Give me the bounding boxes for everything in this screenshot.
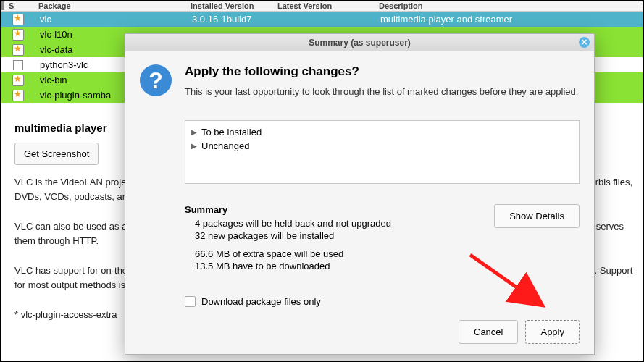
status-mark-icon[interactable] [12,14,24,25]
summary-line: 4 packages will be held back and not upg… [195,218,391,229]
summary-line: 13.5 MB have to be downloaded [195,261,391,272]
dialog-title: Summary (as superuser) [309,38,411,48]
col-status[interactable]: S [1,1,34,10]
get-screenshot-button[interactable]: Get Screenshot [14,143,99,165]
apply-button[interactable]: Apply [525,320,580,344]
latest-version: 3.0.16-1build7 [186,14,375,25]
question-icon: ? [140,64,172,96]
status-mark-icon[interactable] [12,75,24,86]
summary-label: Summary [185,204,391,215]
summary-line: 32 new packages will be installed [195,230,391,241]
tree-item-unchanged[interactable]: ▶ Unchanged [188,139,576,153]
dialog-subtext: This is your last opportunity to look th… [185,86,578,97]
tree-item-to-be-installed[interactable]: ▶ To be installed [188,125,576,139]
show-details-button[interactable]: Show Details [494,204,580,228]
col-installed-version[interactable]: Installed Version [186,1,273,10]
expand-icon[interactable]: ▶ [191,128,197,136]
tree-label: Unchanged [201,140,250,151]
col-description[interactable]: Description [375,1,643,10]
status-mark-icon[interactable] [12,90,24,101]
summary-line: 66.6 MB of extra space will be used [195,248,391,259]
download-only-checkbox[interactable] [185,296,196,307]
pkg-desc: multimedia player and streamer [375,14,643,25]
table-header: S Package Installed Version Latest Versi… [1,1,643,12]
download-only-label: Download package files only [201,296,321,307]
col-latest-version[interactable]: Latest Version [273,1,375,10]
close-icon[interactable]: ✕ [579,37,590,48]
col-package[interactable]: Package [34,1,186,10]
summary-text: Summary 4 packages will be held back and… [185,204,391,273]
dialog-heading: Apply the following changes? [185,64,578,79]
status-mark-icon[interactable] [12,44,24,56]
status-checkbox-icon[interactable] [13,60,23,70]
cancel-button[interactable]: Cancel [459,320,518,344]
summary-dialog: Summary (as superuser) ✕ ? Apply the fol… [125,33,595,355]
status-mark-icon[interactable] [12,29,24,41]
changes-tree[interactable]: ▶ To be installed ▶ Unchanged [185,120,580,184]
tree-label: To be installed [201,127,262,138]
table-row[interactable]: vlc 3.0.16-1build7 multimedia player and… [1,12,643,27]
dialog-titlebar[interactable]: Summary (as superuser) ✕ [125,34,594,51]
pkg-name: vlc [34,14,186,25]
expand-icon[interactable]: ▶ [191,142,197,150]
